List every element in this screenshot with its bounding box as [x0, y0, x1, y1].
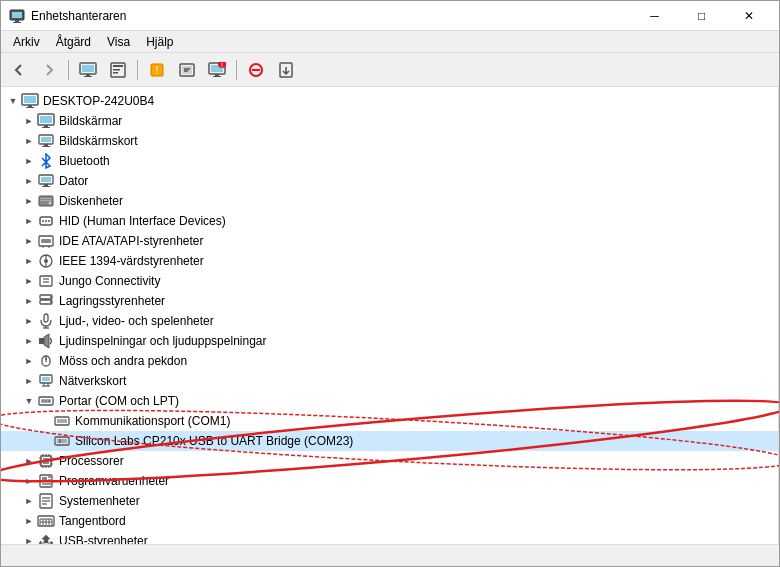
svg-rect-38 [42, 146, 50, 147]
expand-btn-programvaru[interactable]: ► [21, 473, 37, 489]
item-icon-tangentbord [37, 512, 55, 530]
expand-btn-hid[interactable]: ► [21, 213, 37, 229]
expand-btn-lagring[interactable]: ► [21, 293, 37, 309]
item-icon-natverk [37, 372, 55, 390]
back-button[interactable] [5, 57, 33, 83]
tree-item-ieee[interactable]: ►IEEE 1394-värdstyrenheter [1, 251, 778, 271]
svg-rect-28 [24, 96, 36, 103]
expand-btn-bildskarm[interactable]: ► [21, 113, 37, 129]
computer-button[interactable] [74, 57, 102, 83]
tree-item-programvaru[interactable]: ►Programvaruenheter [1, 471, 778, 491]
svg-rect-21 [213, 76, 221, 77]
maximize-button[interactable]: □ [679, 2, 724, 30]
expand-btn-natverk[interactable]: ► [21, 373, 37, 389]
expand-btn-ljud[interactable]: ► [21, 313, 37, 329]
expand-btn-bildskarmskort[interactable]: ► [21, 133, 37, 149]
toolbar-separator-1 [68, 60, 69, 80]
expand-btn-moss[interactable]: ► [21, 353, 37, 369]
tree-item-diskenheter[interactable]: ►Diskenheter [1, 191, 778, 211]
expand-btn-kom1[interactable] [37, 413, 53, 429]
tree-item-ljud[interactable]: ►Ljud-, video- och spelenheter [1, 311, 778, 331]
svg-point-48 [42, 220, 44, 222]
item-label-kom1: Kommunikationsport (COM1) [75, 414, 230, 428]
item-icon-ide [37, 232, 55, 250]
update-driver-button[interactable]: ! [143, 57, 171, 83]
svg-rect-103 [42, 477, 47, 482]
tree-item-hid[interactable]: ►HID (Human Interface Devices) [1, 211, 778, 231]
svg-rect-69 [39, 338, 44, 344]
expand-btn-ljudinspelning[interactable]: ► [21, 333, 37, 349]
svg-rect-45 [40, 200, 52, 201]
tree-item-usb[interactable]: ►USB-styrenheter [1, 531, 778, 544]
properties-button[interactable] [104, 57, 132, 83]
expand-btn-cp210x[interactable] [37, 433, 53, 449]
tree-item-processorer[interactable]: ►Processorer [1, 451, 778, 471]
tree-item-kom1[interactable]: Kommunikationsport (COM1) [1, 411, 778, 431]
rollback-button[interactable] [173, 57, 201, 83]
svg-rect-42 [42, 186, 50, 187]
close-button[interactable]: ✕ [726, 2, 771, 30]
item-label-usb: USB-styrenheter [59, 534, 148, 544]
tree-item-jungo[interactable]: ►Jungo Connectivity [1, 271, 778, 291]
expand-btn-ide[interactable]: ► [21, 233, 37, 249]
minimize-button[interactable]: ─ [632, 2, 677, 30]
tree-item-root[interactable]: ▼DESKTOP-242U0B4 [1, 91, 778, 111]
item-label-diskenheter: Diskenheter [59, 194, 123, 208]
svg-point-46 [49, 202, 52, 205]
svg-rect-36 [41, 137, 51, 142]
item-icon-programvaru [37, 472, 55, 490]
tree-item-tangentbord[interactable]: ►Tangentbord [1, 511, 778, 531]
item-icon-root [21, 92, 39, 110]
window-title: Enhetshanteraren [31, 9, 126, 23]
disable-button[interactable] [242, 57, 270, 83]
svg-rect-44 [40, 198, 52, 199]
title-bar-left: Enhetshanteraren [9, 8, 126, 24]
svg-rect-11 [113, 72, 118, 74]
tree-item-portar[interactable]: ▼Portar (COM och LPT) [1, 391, 778, 411]
expand-btn-root[interactable]: ▼ [5, 93, 21, 109]
tree-item-bildskarm[interactable]: ►Bildskärmar [1, 111, 778, 131]
item-icon-ljudinspelning [37, 332, 55, 350]
expand-btn-dator[interactable]: ► [21, 173, 37, 189]
svg-rect-30 [26, 107, 34, 108]
expand-btn-ieee[interactable]: ► [21, 253, 37, 269]
tree-item-bildskarmskort[interactable]: ►Bildskärmskort [1, 131, 778, 151]
svg-rect-1 [12, 12, 22, 18]
main-window: Enhetshanteraren ─ □ ✕ Arkiv Åtgärd Visa… [0, 0, 780, 567]
forward-button[interactable] [35, 57, 63, 83]
expand-btn-jungo[interactable]: ► [21, 273, 37, 289]
menu-arkiv[interactable]: Arkiv [5, 31, 48, 53]
item-label-lagring: Lagringsstyrenheter [59, 294, 165, 308]
expand-btn-portar[interactable]: ▼ [21, 393, 37, 409]
svg-rect-2 [15, 20, 19, 22]
tree-item-moss[interactable]: ►Möss och andra pekdon [1, 351, 778, 371]
expand-btn-bluetooth[interactable]: ► [21, 153, 37, 169]
device-tree[interactable]: ▼DESKTOP-242U0B4►Bildskärmar►Bildskärmsk… [1, 87, 779, 544]
tree-item-cp210x[interactable]: Silicon Labs CP210x USB to UART Bridge (… [1, 431, 778, 451]
tree-item-natverk[interactable]: ►Nätverkskort [1, 371, 778, 391]
item-icon-jungo [37, 272, 55, 290]
menu-visa[interactable]: Visa [99, 31, 138, 53]
expand-btn-usb[interactable]: ► [21, 533, 37, 544]
tree-item-system[interactable]: ►Systemenheter [1, 491, 778, 511]
monitor-button[interactable]: ! [203, 57, 231, 83]
expand-btn-system[interactable]: ► [21, 493, 37, 509]
expand-btn-processorer[interactable]: ► [21, 453, 37, 469]
tree-item-dator[interactable]: ►Dator [1, 171, 778, 191]
tree-item-lagring[interactable]: ►Lagringsstyrenheter [1, 291, 778, 311]
svg-rect-52 [41, 239, 51, 243]
tree-item-ljudinspelning[interactable]: ►Ljudinspelningar och ljuduppspelningar [1, 331, 778, 351]
svg-rect-7 [84, 76, 92, 77]
item-label-programvaru: Programvaruenheter [59, 474, 169, 488]
item-icon-ieee [37, 252, 55, 270]
tree-item-bluetooth[interactable]: ►Bluetooth [1, 151, 778, 171]
window-icon [9, 8, 25, 24]
item-icon-hid [37, 212, 55, 230]
menu-hjalp[interactable]: Hjälp [138, 31, 181, 53]
menu-atgard[interactable]: Åtgärd [48, 31, 99, 53]
expand-btn-diskenheter[interactable]: ► [21, 193, 37, 209]
expand-btn-tangentbord[interactable]: ► [21, 513, 37, 529]
tree-item-ide[interactable]: ►IDE ATA/ATAPI-styrenheter [1, 231, 778, 251]
svg-rect-40 [41, 177, 51, 182]
scan-button[interactable] [272, 57, 300, 83]
